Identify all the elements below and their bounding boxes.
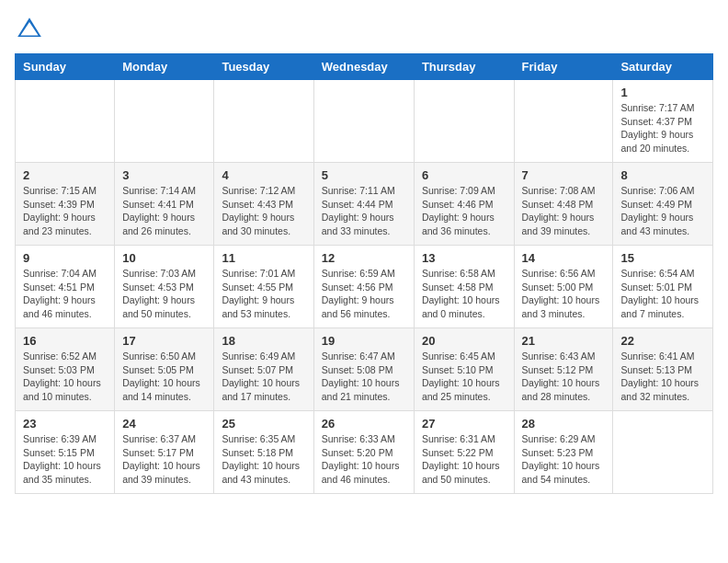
calendar-cell: 10Sunrise: 7:03 AM Sunset: 4:53 PM Dayli… [115, 246, 214, 328]
day-number: 11 [222, 251, 305, 265]
cell-info: Sunrise: 7:08 AM Sunset: 4:48 PM Dayligh… [522, 184, 606, 238]
calendar-cell: 21Sunrise: 6:43 AM Sunset: 5:12 PM Dayli… [514, 328, 613, 411]
calendar-cell: 23Sunrise: 6:39 AM Sunset: 5:15 PM Dayli… [16, 411, 115, 494]
weekday-header-sunday: Sunday [16, 54, 115, 80]
calendar-cell [613, 411, 713, 494]
cell-info: Sunrise: 6:33 AM Sunset: 5:20 PM Dayligh… [322, 432, 406, 487]
day-number: 15 [620, 251, 705, 265]
calendar-cell [414, 80, 514, 163]
day-number: 9 [23, 251, 107, 265]
cell-info: Sunrise: 7:09 AM Sunset: 4:46 PM Dayligh… [422, 184, 506, 238]
calendar-week-row: 16Sunrise: 6:52 AM Sunset: 5:03 PM Dayli… [16, 328, 713, 411]
cell-info: Sunrise: 7:12 AM Sunset: 4:43 PM Dayligh… [222, 184, 305, 238]
calendar-cell: 13Sunrise: 6:58 AM Sunset: 4:58 PM Dayli… [414, 246, 514, 328]
cell-info: Sunrise: 6:59 AM Sunset: 4:56 PM Dayligh… [322, 267, 406, 321]
calendar-week-row: 23Sunrise: 6:39 AM Sunset: 5:15 PM Dayli… [16, 411, 713, 494]
cell-info: Sunrise: 6:43 AM Sunset: 5:12 PM Dayligh… [522, 350, 606, 404]
calendar-header-row: SundayMondayTuesdayWednesdayThursdayFrid… [16, 54, 713, 80]
calendar-cell: 2Sunrise: 7:15 AM Sunset: 4:39 PM Daylig… [16, 163, 115, 246]
logo-icon [15, 15, 44, 44]
day-number: 18 [222, 334, 305, 348]
calendar-cell: 7Sunrise: 7:08 AM Sunset: 4:48 PM Daylig… [514, 163, 613, 246]
weekday-header-thursday: Thursday [414, 54, 514, 80]
calendar-cell: 27Sunrise: 6:31 AM Sunset: 5:22 PM Dayli… [414, 411, 514, 494]
cell-info: Sunrise: 7:03 AM Sunset: 4:53 PM Dayligh… [122, 267, 206, 321]
cell-info: Sunrise: 7:17 AM Sunset: 4:37 PM Dayligh… [620, 101, 705, 155]
calendar-cell: 24Sunrise: 6:37 AM Sunset: 5:17 PM Dayli… [115, 411, 214, 494]
calendar-cell: 17Sunrise: 6:50 AM Sunset: 5:05 PM Dayli… [115, 328, 214, 411]
cell-info: Sunrise: 6:39 AM Sunset: 5:15 PM Dayligh… [23, 432, 107, 487]
calendar-cell [214, 80, 313, 163]
weekday-header-saturday: Saturday [613, 54, 713, 80]
day-number: 2 [23, 168, 107, 182]
calendar-cell: 15Sunrise: 6:54 AM Sunset: 5:01 PM Dayli… [613, 246, 713, 328]
cell-info: Sunrise: 7:11 AM Sunset: 4:44 PM Dayligh… [322, 184, 406, 238]
cell-info: Sunrise: 7:14 AM Sunset: 4:41 PM Dayligh… [122, 184, 206, 238]
cell-info: Sunrise: 6:35 AM Sunset: 5:18 PM Dayligh… [222, 432, 305, 487]
day-number: 21 [522, 334, 606, 348]
cell-info: Sunrise: 7:15 AM Sunset: 4:39 PM Dayligh… [23, 184, 107, 238]
cell-info: Sunrise: 6:54 AM Sunset: 5:01 PM Dayligh… [620, 267, 705, 321]
day-number: 8 [620, 168, 705, 182]
calendar-cell: 12Sunrise: 6:59 AM Sunset: 4:56 PM Dayli… [313, 246, 414, 328]
day-number: 19 [322, 334, 406, 348]
day-number: 20 [422, 334, 506, 348]
calendar-cell: 6Sunrise: 7:09 AM Sunset: 4:46 PM Daylig… [414, 163, 514, 246]
calendar-week-row: 1Sunrise: 7:17 AM Sunset: 4:37 PM Daylig… [16, 80, 713, 163]
calendar-cell: 26Sunrise: 6:33 AM Sunset: 5:20 PM Dayli… [313, 411, 414, 494]
day-number: 5 [322, 168, 406, 182]
calendar-cell [514, 80, 613, 163]
calendar-cell: 1Sunrise: 7:17 AM Sunset: 4:37 PM Daylig… [613, 80, 713, 163]
cell-info: Sunrise: 6:41 AM Sunset: 5:13 PM Dayligh… [620, 350, 705, 404]
weekday-header-wednesday: Wednesday [313, 54, 414, 80]
day-number: 24 [122, 417, 206, 431]
day-number: 6 [422, 168, 506, 182]
cell-info: Sunrise: 6:56 AM Sunset: 5:00 PM Dayligh… [522, 267, 606, 321]
cell-info: Sunrise: 6:45 AM Sunset: 5:10 PM Dayligh… [422, 350, 506, 404]
cell-info: Sunrise: 6:47 AM Sunset: 5:08 PM Dayligh… [322, 350, 406, 404]
calendar-cell: 20Sunrise: 6:45 AM Sunset: 5:10 PM Dayli… [414, 328, 514, 411]
cell-info: Sunrise: 7:04 AM Sunset: 4:51 PM Dayligh… [23, 267, 107, 321]
day-number: 27 [422, 417, 506, 431]
weekday-header-monday: Monday [115, 54, 214, 80]
calendar-cell: 14Sunrise: 6:56 AM Sunset: 5:00 PM Dayli… [514, 246, 613, 328]
day-number: 28 [522, 417, 606, 431]
calendar-cell: 11Sunrise: 7:01 AM Sunset: 4:55 PM Dayli… [214, 246, 313, 328]
page-header [15, 15, 713, 44]
cell-info: Sunrise: 6:50 AM Sunset: 5:05 PM Dayligh… [122, 350, 206, 404]
cell-info: Sunrise: 6:37 AM Sunset: 5:17 PM Dayligh… [122, 432, 206, 487]
calendar-cell: 25Sunrise: 6:35 AM Sunset: 5:18 PM Dayli… [214, 411, 313, 494]
calendar-cell: 18Sunrise: 6:49 AM Sunset: 5:07 PM Dayli… [214, 328, 313, 411]
calendar-cell: 9Sunrise: 7:04 AM Sunset: 4:51 PM Daylig… [16, 246, 115, 328]
day-number: 7 [522, 168, 606, 182]
logo [15, 15, 48, 44]
calendar-cell [16, 80, 115, 163]
day-number: 1 [620, 86, 705, 99]
cell-info: Sunrise: 6:49 AM Sunset: 5:07 PM Dayligh… [222, 350, 305, 404]
day-number: 4 [222, 168, 305, 182]
calendar-cell: 3Sunrise: 7:14 AM Sunset: 4:41 PM Daylig… [115, 163, 214, 246]
day-number: 25 [222, 417, 305, 431]
cell-info: Sunrise: 6:52 AM Sunset: 5:03 PM Dayligh… [23, 350, 107, 404]
calendar-table: SundayMondayTuesdayWednesdayThursdayFrid… [15, 53, 713, 494]
day-number: 13 [422, 251, 506, 265]
calendar-cell: 28Sunrise: 6:29 AM Sunset: 5:23 PM Dayli… [514, 411, 613, 494]
day-number: 26 [322, 417, 406, 431]
calendar-cell: 22Sunrise: 6:41 AM Sunset: 5:13 PM Dayli… [613, 328, 713, 411]
day-number: 23 [23, 417, 107, 431]
calendar-cell: 19Sunrise: 6:47 AM Sunset: 5:08 PM Dayli… [313, 328, 414, 411]
calendar-week-row: 9Sunrise: 7:04 AM Sunset: 4:51 PM Daylig… [16, 246, 713, 328]
cell-info: Sunrise: 7:01 AM Sunset: 4:55 PM Dayligh… [222, 267, 305, 321]
day-number: 17 [122, 334, 206, 348]
cell-info: Sunrise: 6:58 AM Sunset: 4:58 PM Dayligh… [422, 267, 506, 321]
calendar-cell: 8Sunrise: 7:06 AM Sunset: 4:49 PM Daylig… [613, 163, 713, 246]
calendar-cell: 16Sunrise: 6:52 AM Sunset: 5:03 PM Dayli… [16, 328, 115, 411]
calendar-cell: 4Sunrise: 7:12 AM Sunset: 4:43 PM Daylig… [214, 163, 313, 246]
day-number: 12 [322, 251, 406, 265]
cell-info: Sunrise: 6:31 AM Sunset: 5:22 PM Dayligh… [422, 432, 506, 487]
weekday-header-friday: Friday [514, 54, 613, 80]
calendar-cell: 5Sunrise: 7:11 AM Sunset: 4:44 PM Daylig… [313, 163, 414, 246]
cell-info: Sunrise: 7:06 AM Sunset: 4:49 PM Dayligh… [620, 184, 705, 238]
weekday-header-tuesday: Tuesday [214, 54, 313, 80]
calendar-week-row: 2Sunrise: 7:15 AM Sunset: 4:39 PM Daylig… [16, 163, 713, 246]
